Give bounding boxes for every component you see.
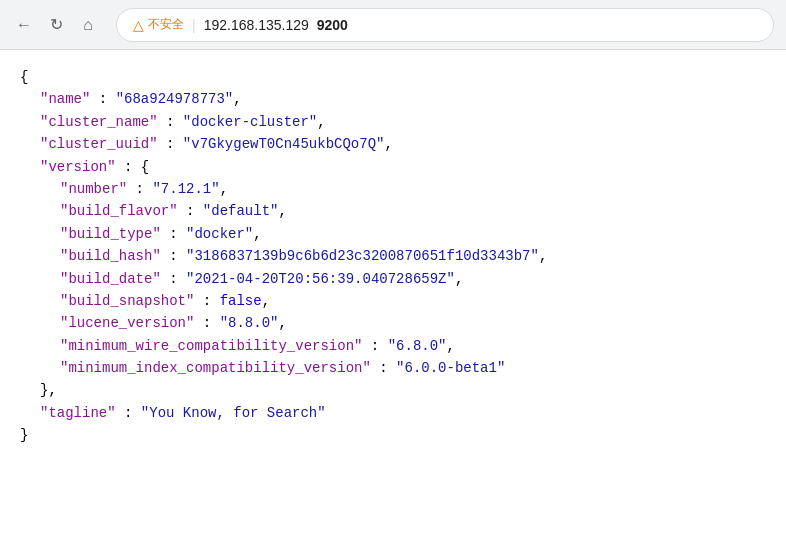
json-build-snapshot-line: "build_snapshot" : false, (20, 290, 766, 312)
json-name-line: "name" : "68a924978773", (20, 88, 766, 110)
nav-buttons: ← ↻ ⌂ (12, 13, 100, 37)
json-cluster-name-line: "cluster_name" : "docker-cluster", (20, 111, 766, 133)
back-button[interactable]: ← (12, 13, 36, 37)
json-lucene-version-line: "lucene_version" : "8.8.0", (20, 312, 766, 334)
json-build-date-line: "build_date" : "2021-04-20T20:56:39.0407… (20, 268, 766, 290)
refresh-button[interactable]: ↻ (44, 13, 68, 37)
url-host: 192.168.135.129 (204, 17, 309, 33)
json-response-body: { "name" : "68a924978773", "cluster_name… (0, 50, 786, 542)
json-version-close: }, (20, 379, 766, 401)
warning-icon: △ (133, 17, 144, 33)
security-warning: △ 不安全 (133, 16, 184, 33)
browser-toolbar: ← ↻ ⌂ △ 不安全 | 192.168.135.1299200 (0, 0, 786, 50)
json-tagline-line: "tagline" : "You Know, for Search" (20, 402, 766, 424)
home-button[interactable]: ⌂ (76, 13, 100, 37)
json-close-brace: } (20, 424, 766, 446)
json-open-brace: { (20, 66, 766, 88)
url-port: 9200 (317, 17, 348, 33)
json-min-wire-line: "minimum_wire_compatibility_version" : "… (20, 335, 766, 357)
json-number-line: "number" : "7.12.1", (20, 178, 766, 200)
json-build-hash-line: "build_hash" : "3186837139b9c6b6d23c3200… (20, 245, 766, 267)
json-min-index-line: "minimum_index_compatibility_version" : … (20, 357, 766, 379)
json-build-type-line: "build_type" : "docker", (20, 223, 766, 245)
security-text: 不安全 (148, 16, 184, 33)
json-version-open: "version" : { (20, 156, 766, 178)
address-bar[interactable]: △ 不安全 | 192.168.135.1299200 (116, 8, 774, 42)
json-cluster-uuid-line: "cluster_uuid" : "v7GkygewT0Cn45ukbCQo7Q… (20, 133, 766, 155)
json-build-flavor-line: "build_flavor" : "default", (20, 200, 766, 222)
url-separator: | (192, 17, 196, 33)
